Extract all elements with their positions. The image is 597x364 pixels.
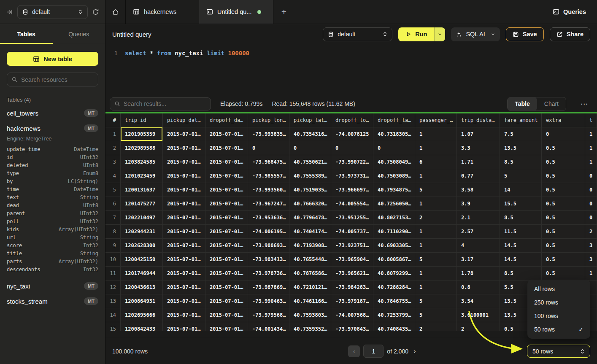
column-header[interactable]: dropoff_da… — [205, 113, 248, 127]
table-cell[interactable]: -74.005554… — [331, 197, 373, 211]
table-cell[interactable]: 1 — [585, 155, 597, 169]
row-number-cell[interactable]: 6 — [105, 197, 121, 211]
refresh-button[interactable] — [92, 8, 99, 16]
table-cell[interactable]: 2015-07-01… — [163, 225, 205, 239]
table-cell[interactable]: 1.78 — [457, 267, 500, 280]
table-cell[interactable]: 1200425150 — [121, 253, 163, 267]
table-cell[interactable]: -73.970843… — [331, 322, 373, 331]
table-cell[interactable]: 4 — [457, 239, 500, 253]
tab-untitled-query[interactable]: Untitled qu... — [199, 0, 273, 24]
table-cell[interactable]: 1201905359 — [121, 127, 163, 141]
tab-home[interactable] — [105, 0, 126, 24]
prev-page-button[interactable]: ‹ — [348, 345, 360, 357]
new-table-button[interactable]: New table — [7, 52, 98, 66]
table-cell[interactable]: 40.7408435… — [373, 322, 415, 331]
table-cell[interactable]: 2 — [415, 322, 457, 331]
column-header[interactable]: trip_id — [121, 113, 163, 127]
table-cell[interactable]: 2015-07-01… — [205, 211, 248, 225]
table-cell[interactable]: 1 — [415, 127, 457, 141]
table-cell[interactable]: -73.973731… — [331, 169, 373, 183]
rows-menu-item[interactable]: 250 rows — [527, 296, 590, 309]
table-cell[interactable]: 2015-07-01… — [163, 127, 205, 141]
column-header[interactable]: pickup_lon… — [248, 113, 289, 127]
table-cell[interactable]: 2015-07-01… — [163, 253, 205, 267]
table-cell[interactable]: 2.1 — [457, 211, 500, 225]
table-cell[interactable]: -74.001434… — [248, 322, 289, 331]
table-cell[interactable]: 1202989588 — [121, 141, 163, 155]
table-cell[interactable]: 0 — [248, 141, 289, 155]
table-cell[interactable]: 2015-07-01… — [205, 280, 248, 294]
table-cell[interactable]: 6 — [415, 155, 457, 169]
table-cell[interactable]: 2.57 — [457, 225, 500, 239]
table-cell[interactable]: 1 — [415, 239, 457, 253]
table-cell[interactable]: 3.9 — [457, 197, 500, 211]
table-cell[interactable]: 2015-07-01… — [205, 253, 248, 267]
row-number-cell[interactable]: 1 — [105, 127, 121, 141]
table-cell[interactable]: 8.5 — [500, 155, 542, 169]
table-cell[interactable]: 2015-07-01… — [205, 155, 248, 169]
table-cell[interactable]: 0.5 — [542, 225, 585, 239]
table-cell[interactable]: 1 — [415, 225, 457, 239]
table-cell[interactable]: 2015-07-01… — [205, 322, 248, 331]
table-cell[interactable]: 40.7550621… — [289, 155, 331, 169]
run-button[interactable]: Run — [398, 27, 434, 41]
table-cell[interactable]: 2015-07-01… — [163, 141, 205, 155]
table-cell[interactable]: 40.7655448… — [289, 253, 331, 267]
table-cell[interactable]: 40.8079299… — [373, 267, 415, 280]
table-cell[interactable]: 8.5 — [500, 267, 542, 280]
table-cell[interactable]: 40.7354316… — [289, 127, 331, 141]
row-number-cell[interactable]: 5 — [105, 183, 121, 197]
table-cell[interactable]: 1201746944 — [121, 267, 163, 280]
table-cell[interactable]: 0.5 — [542, 239, 585, 253]
table-cell[interactable]: 3.3 — [457, 141, 500, 155]
table-cell[interactable]: -73.993835… — [248, 127, 289, 141]
table-cell[interactable]: 1201475277 — [121, 197, 163, 211]
table-cell[interactable]: 3 — [585, 239, 597, 253]
table-cell[interactable]: 7.5 — [500, 127, 542, 141]
table-cell[interactable]: 0.5 — [542, 141, 585, 155]
table-cell[interactable]: 1202695666 — [121, 308, 163, 322]
table-cell[interactable]: -73.923751… — [331, 239, 373, 253]
table-cell[interactable]: -73.965621… — [331, 267, 373, 280]
table-cell[interactable]: -73.967247… — [248, 197, 289, 211]
more-options-button[interactable]: ⋯ — [575, 100, 593, 108]
table-cell[interactable]: 0 — [289, 141, 331, 155]
table-cell[interactable]: 0.5 — [542, 267, 585, 280]
table-cell[interactable]: 5 — [415, 253, 457, 267]
table-cell[interactable]: 40.7796478… — [289, 211, 331, 225]
table-cell[interactable]: 2015-07-01… — [163, 197, 205, 211]
table-cell[interactable]: 2015-07-01… — [163, 155, 205, 169]
table-cell[interactable]: 1 — [415, 280, 457, 294]
column-header[interactable]: t — [585, 113, 597, 127]
table-cell[interactable]: -74.007568… — [331, 308, 373, 322]
table-cell[interactable]: 2015-07-01… — [205, 267, 248, 280]
table-cell[interactable]: 2015-07-01… — [205, 197, 248, 211]
table-cell[interactable]: 2015-07-01… — [163, 169, 205, 183]
database-selector[interactable]: default — [17, 5, 88, 19]
table-cell[interactable]: 40.7110290… — [373, 225, 415, 239]
row-number-cell[interactable]: 7 — [105, 211, 121, 225]
sql-ai-button[interactable]: SQL AI — [451, 27, 500, 41]
table-cell[interactable]: 40.7256050… — [373, 197, 415, 211]
table-cell[interactable]: 40.7359352… — [289, 322, 331, 331]
table-cell[interactable]: -73.987869… — [248, 280, 289, 294]
table-cell[interactable]: 40.7193908… — [289, 239, 331, 253]
table-cell[interactable]: 3.17 — [457, 253, 500, 267]
page-number-input[interactable] — [363, 345, 384, 358]
run-options-button[interactable] — [434, 27, 445, 41]
table-cell[interactable]: 40.8005867… — [373, 253, 415, 267]
table-cell[interactable]: 2 — [585, 225, 597, 239]
table-cell[interactable]: 1202628300 — [121, 239, 163, 253]
table-cell[interactable]: 0 — [585, 169, 597, 183]
column-header[interactable]: passenger_… — [415, 113, 457, 127]
table-cell[interactable]: 2015-07-01… — [205, 127, 248, 141]
row-number-cell[interactable]: 13 — [105, 294, 121, 308]
save-button[interactable]: Save — [506, 27, 544, 41]
queries-button[interactable]: Queries — [542, 0, 597, 24]
collapse-sidebar-button[interactable] — [6, 8, 13, 16]
table-cell[interactable]: 2015-07-01… — [205, 294, 248, 308]
table-cell[interactable]: 2015-07-01… — [163, 183, 205, 197]
table-cell[interactable]: 0 — [585, 183, 597, 197]
table-cell[interactable]: 1.71 — [457, 155, 500, 169]
view-toggle-chart[interactable]: Chart — [537, 97, 566, 111]
